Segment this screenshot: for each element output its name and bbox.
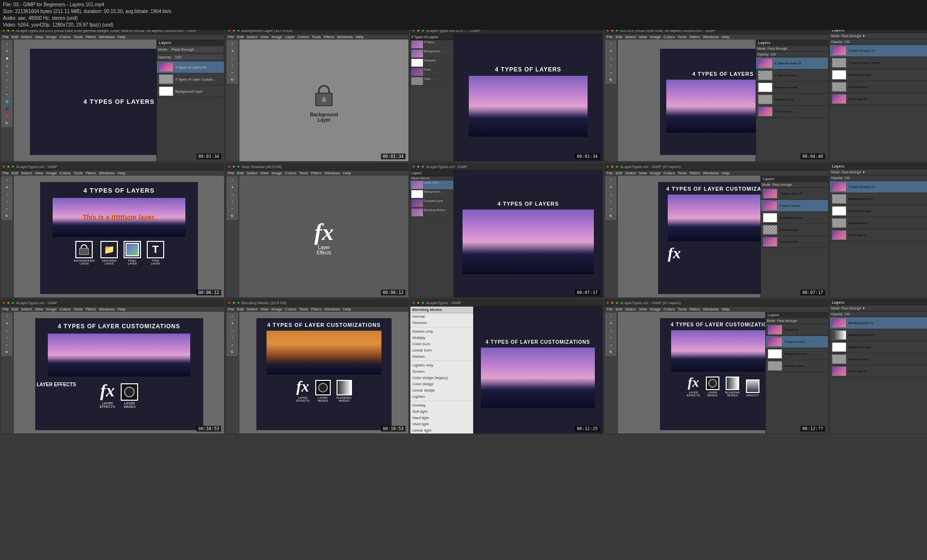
min-btn-5[interactable]: ● xyxy=(7,164,9,169)
tool-btn[interactable]: ✏ xyxy=(227,206,238,212)
min-btn-7[interactable]: ● xyxy=(417,164,419,169)
max-btn-8[interactable]: ● xyxy=(616,164,618,169)
tool-btn[interactable]: ◻ xyxy=(227,191,238,198)
tool-btn[interactable]: ⟲ xyxy=(1,70,12,76)
tool-btn[interactable]: ✏ xyxy=(227,70,238,76)
min-btn-12[interactable]: ● xyxy=(611,300,613,305)
tool-btn[interactable]: 🔍 xyxy=(227,349,238,356)
tool-btn[interactable]: ✏ xyxy=(227,342,238,349)
tool-btn[interactable]: T xyxy=(1,198,12,205)
layer-item-12c[interactable]: Background Layer xyxy=(766,348,828,360)
tool-btn[interactable]: ⬛ xyxy=(1,106,12,112)
min-btn-6[interactable]: ● xyxy=(232,164,235,169)
tool-btn[interactable]: ✥ xyxy=(605,48,616,55)
tool-btn[interactable]: T xyxy=(227,62,238,69)
tool-btn[interactable]: ✏ xyxy=(605,206,616,212)
layer-item-far-d[interactable]: Grouped Layer xyxy=(830,81,927,93)
layer-item-far-c[interactable]: Background Layer xyxy=(830,69,927,81)
layer-item-8b[interactable]: 4 Types Custom... xyxy=(761,200,828,212)
tool-btn[interactable]: 🔍 xyxy=(227,213,238,220)
tool-btn[interactable]: ◎ xyxy=(1,62,12,69)
blend-mode-colordodge-leg[interactable]: Color dodge (legacy) xyxy=(410,375,473,381)
layer-item-8d[interactable]: Grouped Layer xyxy=(761,224,828,236)
tool-btn[interactable]: 🪣 xyxy=(1,98,12,105)
tool-btn[interactable]: T xyxy=(605,62,616,69)
close-btn-6[interactable]: ● xyxy=(228,164,230,169)
layer-item-far2-c[interactable]: Background Layer xyxy=(830,205,927,217)
tool-btn[interactable]: ⤢ xyxy=(605,313,616,320)
layer-item-4a[interactable]: 4 Types of Layers #1 xyxy=(756,57,828,70)
tool-btn[interactable]: T xyxy=(227,198,238,205)
max-btn-5[interactable]: ● xyxy=(12,164,14,169)
layer-item-far3-b[interactable]: Blending Modes #2 xyxy=(830,329,927,341)
layer-item-4c[interactable]: Background Layer xyxy=(756,82,828,94)
blend-mode-linearburn[interactable]: Linear burn xyxy=(410,347,473,353)
tool-btn[interactable]: ✏ xyxy=(605,342,616,349)
layer-item-4b[interactable]: 4 Types of Layer... xyxy=(756,70,828,82)
layer-item-far2-a[interactable]: 4 Types of Layers #1 xyxy=(830,181,927,193)
blend-mode-lighten2[interactable]: Lighten xyxy=(410,393,473,400)
tool-btn[interactable]: ⤢ xyxy=(1,313,12,320)
blend-mode-vivid[interactable]: Vivid light xyxy=(410,421,473,427)
layer-item-12b[interactable]: 4 Types Custom... xyxy=(766,336,828,348)
tool-btn[interactable]: 🔍 xyxy=(605,77,616,84)
tool-btn[interactable]: ◻ xyxy=(605,55,616,62)
blend-mode-darken2[interactable]: Darken xyxy=(410,353,473,360)
tool-btn[interactable]: ◻ xyxy=(227,55,238,62)
tool-btn[interactable]: ◻ xyxy=(227,327,238,334)
tool-btn[interactable]: ⤢ xyxy=(227,41,238,47)
tool-btn[interactable]: T xyxy=(227,335,238,341)
layer-item-far3-a[interactable]: Blending Modes #1 xyxy=(830,317,927,329)
blend-modes-list[interactable]: Blending Modes Normal Dissolve Darken on… xyxy=(410,307,473,434)
tool-btn[interactable]: ✥ xyxy=(227,320,238,327)
layer-item-4e[interactable]: Pixel Layer #1 xyxy=(756,106,828,118)
max-btn-9[interactable]: ● xyxy=(12,300,14,305)
blend-mode-pin[interactable]: Pin light xyxy=(410,434,473,434)
tool-btn[interactable]: ◻ xyxy=(605,191,616,198)
blend-mode-soft[interactable]: Soft light xyxy=(410,408,473,415)
layer-item-far3-e[interactable]: Pixel Layer #1 xyxy=(830,365,927,378)
blend-mode-lineardodge[interactable]: Linear dodge xyxy=(410,387,473,393)
min-btn-11[interactable]: ● xyxy=(417,300,419,305)
layer-item-8a[interactable]: 4 Types Layers #1 xyxy=(761,188,828,200)
tool-btn[interactable]: ✂ xyxy=(1,77,12,84)
blend-mode-colordodge[interactable]: Color dodge xyxy=(410,381,473,387)
max-btn-10[interactable]: ● xyxy=(237,300,239,305)
tool-btn[interactable]: ⤢ xyxy=(605,41,616,47)
tool-btn[interactable]: 🔍 xyxy=(605,349,616,356)
layer-item-far3-c[interactable]: Background Layer xyxy=(830,341,927,353)
tool-btn[interactable]: ✏ xyxy=(1,91,12,98)
close-btn-8[interactable]: ● xyxy=(606,164,609,169)
tool-btn[interactable]: ⤢ xyxy=(1,177,12,183)
max-btn-6[interactable]: ● xyxy=(237,164,239,169)
blend-mode-linear[interactable]: Linear light xyxy=(410,427,473,434)
layer-item-4d[interactable]: Grouped Layer xyxy=(756,94,828,106)
close-btn-9[interactable]: ● xyxy=(2,300,5,305)
blend-mode-multiply[interactable]: Multiply xyxy=(410,335,473,341)
tool-btn[interactable]: ✥ xyxy=(605,184,616,191)
tool-btn[interactable]: 🔍 xyxy=(227,77,238,84)
tool-btn[interactable]: ⤢ xyxy=(227,177,238,183)
tool-btn[interactable]: T xyxy=(1,335,12,341)
tool-btn[interactable]: T xyxy=(605,198,616,205)
tool-btn[interactable]: ⭕ xyxy=(1,113,12,120)
tool-btn[interactable]: 🔲 xyxy=(1,55,12,62)
close-btn-12[interactable]: ● xyxy=(606,300,609,305)
tool-btn[interactable]: ✏ xyxy=(605,70,616,76)
layer-item-far2-b[interactable]: Blending Modes #1 xyxy=(830,193,927,205)
blend-mode-overlay[interactable]: Overlay xyxy=(410,402,473,408)
min-btn-9[interactable]: ● xyxy=(7,300,9,305)
min-btn-8[interactable]: ● xyxy=(611,164,613,169)
tool-btn[interactable]: 🔍 xyxy=(1,213,12,220)
tool-btn[interactable]: 🔍 xyxy=(1,349,12,356)
tool-btn[interactable]: T xyxy=(605,335,616,341)
close-btn-10[interactable]: ● xyxy=(228,300,230,305)
tool-btn[interactable]: ✏ xyxy=(1,206,12,212)
min-btn-10[interactable]: ● xyxy=(232,300,235,305)
tool-btn[interactable]: ✥ xyxy=(1,48,12,55)
tool-btn[interactable]: ⤢ xyxy=(227,313,238,320)
blend-mode-hard[interactable]: Hard light xyxy=(410,415,473,421)
tool-btn[interactable]: ⤢ xyxy=(605,177,616,183)
tool-btn[interactable]: ✥ xyxy=(227,184,238,191)
layer-item-8c[interactable]: Background Layer xyxy=(761,212,828,224)
